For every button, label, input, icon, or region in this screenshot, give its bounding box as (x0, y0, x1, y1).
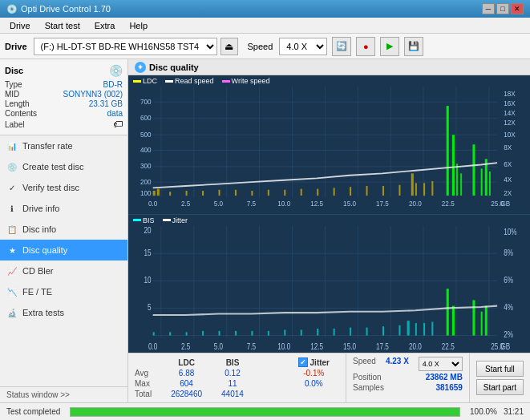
sidebar-item-fe-te[interactable]: 📉 FE / TE (0, 281, 127, 302)
position-row: Position 23862 MB (353, 373, 463, 382)
svg-text:17.5: 17.5 (376, 341, 389, 351)
close-button[interactable]: ✕ (511, 3, 524, 14)
speed-select[interactable]: 4.0 X (279, 38, 327, 55)
sidebar-item-drive-info[interactable]: ℹ Drive info (0, 198, 127, 219)
menu-extra[interactable]: Extra (88, 19, 122, 32)
position-value: 23862 MB (426, 373, 463, 382)
stats-max-row: Max 604 11 0.0% (135, 378, 339, 389)
menu-help[interactable]: Help (123, 19, 154, 32)
svg-rect-122 (317, 329, 318, 336)
sidebar-item-disc-quality[interactable]: ★ Disc quality (0, 240, 127, 260)
svg-rect-135 (481, 311, 483, 335)
svg-text:22.5: 22.5 (442, 200, 455, 208)
legend-write-speed-label: Write speed (232, 77, 270, 85)
fe-te-icon: 📉 (6, 286, 18, 297)
svg-text:400: 400 (140, 145, 152, 154)
svg-rect-112 (153, 332, 155, 335)
svg-text:20.0: 20.0 (409, 200, 422, 208)
stats-total-ldc: 2628460 (161, 389, 212, 399)
sidebar: Disc 💿 Type BD-R MID SONYNN3 (002) Lengt… (0, 59, 128, 402)
stats-col-empty2 (253, 357, 289, 368)
svg-text:15.0: 15.0 (343, 341, 356, 351)
create-test-disc-icon: 💿 (6, 161, 18, 172)
svg-rect-54 (268, 190, 269, 196)
svg-text:10.0: 10.0 (277, 341, 290, 351)
svg-text:20.0: 20.0 (409, 341, 422, 351)
sidebar-item-create-test-disc[interactable]: 💿 Create test disc (0, 156, 127, 177)
legend-write-speed-color (222, 80, 230, 83)
stats-col-empty (135, 357, 161, 368)
svg-text:GB: GB (500, 341, 510, 351)
svg-rect-52 (235, 190, 237, 196)
svg-text:2%: 2% (504, 329, 513, 340)
sidebar-item-verify-test-disc[interactable]: ✓ Verify test disc (0, 177, 127, 198)
svg-text:0.0: 0.0 (148, 341, 158, 351)
svg-rect-136 (485, 305, 488, 335)
svg-text:7.5: 7.5 (247, 200, 256, 208)
jitter-checkbox[interactable]: ✓ (298, 357, 308, 367)
maximize-button[interactable]: □ (496, 3, 509, 14)
svg-rect-133 (452, 305, 455, 335)
progress-bar (70, 407, 460, 417)
save-button[interactable]: 💾 (404, 37, 423, 56)
record-button[interactable]: ● (356, 37, 375, 56)
sidebar-item-disc-quality-label: Disc quality (22, 245, 67, 255)
stats-avg-jitter: -0.1% (289, 368, 339, 378)
sidebar-item-cd-bler-label: CD Bler (22, 266, 54, 276)
svg-rect-114 (186, 332, 188, 335)
svg-rect-66 (431, 181, 433, 196)
content-area: Disc 💿 Type BD-R MID SONYNN3 (002) Lengt… (0, 59, 530, 402)
stats-table: LDC BIS ✓ Jitter (135, 357, 339, 399)
sidebar-item-transfer-rate[interactable]: 📊 Transfer rate (0, 135, 127, 156)
play-button[interactable]: ▶ (380, 37, 399, 56)
svg-text:22.5: 22.5 (442, 341, 455, 351)
disc-label-label: Label (5, 120, 24, 129)
stats-total-bis: 44014 (212, 389, 253, 399)
drive-label: Drive (5, 42, 27, 51)
svg-text:15: 15 (144, 247, 152, 257)
start-full-button[interactable]: Start full (476, 361, 524, 377)
svg-text:16X: 16X (504, 99, 516, 107)
start-part-button[interactable]: Start part (476, 379, 524, 395)
menu-drive[interactable]: Drive (3, 19, 37, 32)
svg-text:500: 500 (140, 130, 152, 139)
extra-tests-icon: 🔬 (6, 307, 18, 318)
svg-text:4%: 4% (504, 301, 513, 312)
minimize-button[interactable]: ─ (482, 3, 495, 14)
cd-bler-icon: 📈 (6, 265, 18, 277)
chart2-svg: 20 15 10 5 10% 8% 6% 4% 2% 0.0 2.5 5.0 (128, 226, 530, 352)
stats-total-jitter (289, 389, 339, 399)
refresh-button[interactable]: 🔄 (332, 37, 351, 56)
legend-jitter-color (163, 219, 171, 221)
svg-rect-65 (423, 183, 425, 196)
svg-text:100: 100 (140, 188, 152, 197)
speed-dropdown[interactable]: 4.0 X (419, 357, 463, 371)
drive-select[interactable]: (F:) HL-DT-ST BD-RE WH16NS58 TST4 (34, 38, 217, 55)
speed-row: Speed 4.23 X 4.0 X (353, 357, 463, 371)
svg-rect-123 (334, 329, 335, 336)
svg-text:14X: 14X (504, 108, 516, 117)
svg-text:15.0: 15.0 (343, 200, 356, 208)
svg-rect-72 (481, 168, 483, 196)
svg-rect-116 (218, 330, 220, 335)
disc-type-value: BD-R (103, 80, 123, 89)
svg-rect-118 (251, 330, 253, 335)
svg-text:5: 5 (148, 301, 152, 312)
verify-test-disc-icon: ✓ (6, 182, 18, 193)
svg-text:12.5: 12.5 (310, 341, 323, 351)
panel-header-title: Disc quality (149, 63, 199, 72)
status-window-button[interactable]: Status window >> (0, 386, 127, 402)
svg-rect-58 (334, 188, 335, 196)
menu-start-test[interactable]: Start test (38, 19, 87, 32)
stats-avg-bis: 0.12 (212, 368, 253, 378)
sidebar-item-cd-bler[interactable]: 📈 CD Bler (0, 260, 127, 281)
sidebar-item-disc-info-label: Disc info (22, 224, 56, 234)
sidebar-item-extra-tests[interactable]: 🔬 Extra tests (0, 302, 127, 323)
svg-rect-55 (284, 190, 285, 196)
chart1-svg: 700 600 500 400 300 200 100 18X 16X 14X … (128, 87, 530, 212)
eject-button[interactable]: ⏏ (220, 38, 238, 55)
disc-mid-label: MID (5, 90, 19, 99)
svg-rect-46 (153, 191, 156, 196)
sidebar-item-disc-info[interactable]: 📋 Disc info (0, 219, 127, 240)
stats-max-label: Max (135, 378, 161, 389)
